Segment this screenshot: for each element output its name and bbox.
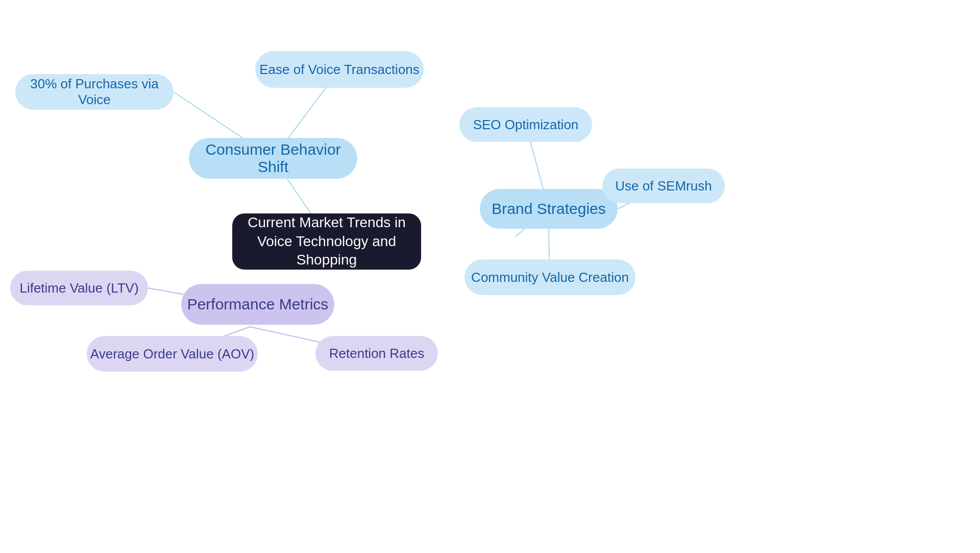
consumer-behavior-node[interactable]: Consumer Behavior Shift bbox=[189, 138, 357, 179]
average-order-label: Average Order Value (AOV) bbox=[90, 346, 254, 362]
use-of-semrush-label: Use of SEMrush bbox=[615, 178, 712, 194]
brand-strategies-node[interactable]: Brand Strategies bbox=[480, 189, 618, 229]
ease-of-voice-node[interactable]: Ease of Voice Transactions bbox=[255, 51, 424, 88]
seo-optimization-node[interactable]: SEO Optimization bbox=[459, 107, 592, 142]
center-node-label: Current Market Trends in Voice Technolog… bbox=[232, 213, 421, 269]
average-order-node[interactable]: Average Order Value (AOV) bbox=[87, 336, 258, 372]
center-node[interactable]: Current Market Trends in Voice Technolog… bbox=[232, 213, 421, 270]
retention-rates-label: Retention Rates bbox=[329, 346, 424, 362]
ease-of-voice-label: Ease of Voice Transactions bbox=[259, 62, 420, 78]
community-value-node[interactable]: Community Value Creation bbox=[464, 259, 635, 295]
brand-strategies-label: Brand Strategies bbox=[492, 200, 605, 218]
purchases-via-voice-node[interactable]: 30% of Purchases via Voice bbox=[15, 74, 174, 110]
performance-metrics-node[interactable]: Performance Metrics bbox=[181, 284, 334, 325]
retention-rates-node[interactable]: Retention Rates bbox=[315, 336, 438, 371]
lifetime-value-node[interactable]: Lifetime Value (LTV) bbox=[10, 271, 148, 305]
consumer-behavior-label: Consumer Behavior Shift bbox=[189, 141, 357, 176]
lifetime-value-label: Lifetime Value (LTV) bbox=[19, 280, 138, 296]
seo-optimization-label: SEO Optimization bbox=[473, 117, 579, 133]
community-value-label: Community Value Creation bbox=[471, 270, 629, 285]
performance-metrics-label: Performance Metrics bbox=[187, 296, 329, 313]
purchases-via-voice-label: 30% of Purchases via Voice bbox=[15, 76, 174, 108]
use-of-semrush-node[interactable]: Use of SEMrush bbox=[602, 169, 725, 203]
